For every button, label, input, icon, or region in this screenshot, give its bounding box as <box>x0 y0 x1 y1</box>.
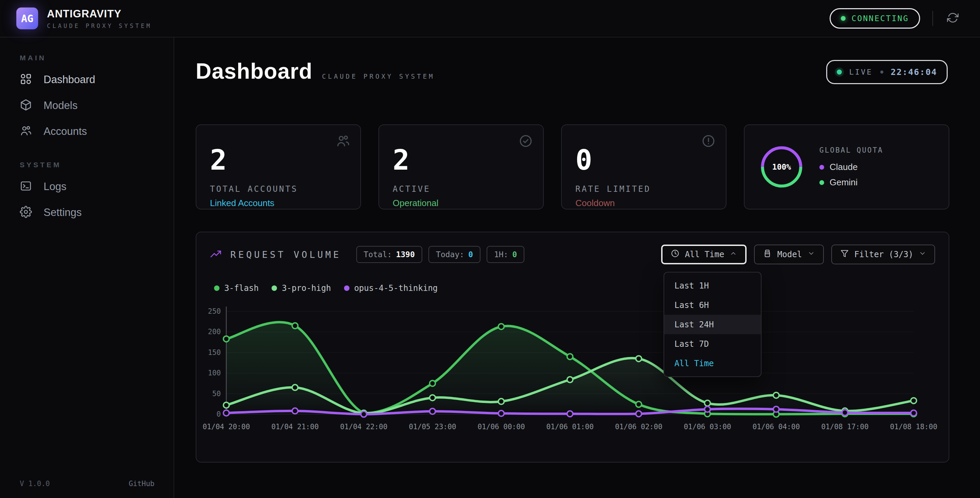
chart-legend-item-opus-4-5-thinking[interactable]: opus-4-5-thinking <box>344 283 438 293</box>
x-tick-label: 01/08 18:00 <box>890 423 937 431</box>
data-point-3-flash[interactable] <box>224 336 229 342</box>
stat-card-total-accounts: 2TOTAL ACCOUNTSLinked Accounts <box>196 124 361 209</box>
global-quota-card: 100% GLOBAL QUOTA ClaudeGemini <box>744 124 950 209</box>
x-tick-label: 01/06 01:00 <box>546 423 593 431</box>
sidebar-item-settings[interactable]: Settings <box>0 200 173 225</box>
users-icon <box>20 124 32 138</box>
menu-item-last-7d[interactable]: Last 7D <box>664 334 761 354</box>
stat-value: 2 <box>393 146 530 174</box>
y-tick-label: 150 <box>208 348 221 357</box>
data-point-opus-4-5-thinking[interactable] <box>911 410 917 416</box>
data-point-3-pro-high[interactable] <box>292 385 298 390</box>
users-icon <box>336 134 350 148</box>
y-tick-label: 100 <box>208 369 221 377</box>
nav-section-system: SYSTEM <box>20 161 173 169</box>
stat-sublabel: Cooldown <box>576 198 712 209</box>
chart-legend-item-3-pro-high[interactable]: 3-pro-high <box>272 283 331 293</box>
refresh-button[interactable] <box>945 11 960 26</box>
filter-label: Filter (3/3) <box>854 250 913 259</box>
data-point-3-pro-high[interactable] <box>430 395 436 401</box>
filter-dropdown[interactable]: Filter (3/3) <box>831 244 935 264</box>
data-point-opus-4-5-thinking[interactable] <box>773 406 779 412</box>
data-point-3-pro-high[interactable] <box>224 402 229 408</box>
page-subtitle: CLAUDE PROXY SYSTEM <box>322 73 434 80</box>
stat-card-rate-limited: 0RATE LIMITEDCooldown <box>561 124 727 209</box>
stat-value: 2 <box>210 146 347 174</box>
data-point-3-pro-high[interactable] <box>773 393 779 398</box>
app-version: V 1.0.0 <box>20 480 50 488</box>
data-point-opus-4-5-thinking[interactable] <box>361 412 367 417</box>
stat-label: RATE LIMITED <box>576 184 712 194</box>
sidebar-item-accounts[interactable]: Accounts <box>0 118 173 144</box>
data-point-opus-4-5-thinking[interactable] <box>636 411 642 417</box>
gear-icon <box>20 206 32 219</box>
menu-item-last-24h[interactable]: Last 24H <box>664 315 761 334</box>
data-point-3-flash[interactable] <box>430 380 436 386</box>
stat-label: ACTIVE <box>393 184 530 194</box>
cube-icon <box>20 99 32 112</box>
sidebar-item-models[interactable]: Models <box>0 93 173 118</box>
menu-item-last-6h[interactable]: Last 6H <box>664 295 761 315</box>
connection-status-badge: CONNECTING <box>830 8 920 29</box>
time-range-dropdown[interactable]: All Time <box>661 244 747 264</box>
quota-legend-item-gemini: Gemini <box>819 177 883 188</box>
data-point-opus-4-5-thinking[interactable] <box>292 408 298 414</box>
data-point-3-pro-high[interactable] <box>705 400 711 406</box>
quota-legend-label: Gemini <box>830 177 858 188</box>
menu-item-last-1h[interactable]: Last 1H <box>664 276 761 295</box>
legend-dot-icon <box>819 180 824 185</box>
badge-value: 0 <box>468 250 473 259</box>
live-status-badge: LIVE 22:46:04 <box>826 60 948 84</box>
time-range-label: All Time <box>685 250 724 259</box>
chevron-down-icon <box>919 250 926 259</box>
model-label: Model <box>777 250 802 259</box>
legend-dot-icon <box>819 165 824 170</box>
main-content: Dashboard CLAUDE PROXY SYSTEM LIVE 22:46… <box>174 37 980 498</box>
stat-sublabel: Operational <box>393 198 530 209</box>
separator-dot-icon <box>880 70 883 73</box>
model-icon <box>763 249 772 260</box>
data-point-opus-4-5-thinking[interactable] <box>498 410 504 416</box>
data-point-3-pro-high[interactable] <box>567 377 573 383</box>
data-point-3-pro-high[interactable] <box>498 399 504 404</box>
data-point-3-pro-high[interactable] <box>911 398 917 404</box>
github-link[interactable]: GitHub <box>129 480 154 488</box>
data-point-3-flash[interactable] <box>292 323 298 329</box>
alert-circle-icon <box>701 134 716 148</box>
filter-icon <box>840 249 849 260</box>
x-tick-label: 01/06 03:00 <box>684 423 731 431</box>
data-point-opus-4-5-thinking[interactable] <box>842 410 848 415</box>
sidebar-item-dashboard[interactable]: Dashboard <box>0 67 173 93</box>
data-point-opus-4-5-thinking[interactable] <box>705 406 711 412</box>
volume-badge-today: Today:0 <box>428 246 480 263</box>
x-tick-label: 01/04 21:00 <box>271 423 318 431</box>
x-tick-label: 01/04 20:00 <box>202 423 250 431</box>
data-point-3-pro-high[interactable] <box>636 356 642 361</box>
time-range-menu: Last 1HLast 6HLast 24HLast 7DAll Time <box>663 272 762 377</box>
data-point-opus-4-5-thinking[interactable] <box>430 409 436 414</box>
live-dot-icon <box>837 70 842 75</box>
request-volume-chart: 05010015020025001/04 20:0001/04 21:0001/… <box>210 302 935 437</box>
app-subtitle: CLAUDE PROXY SYSTEM <box>47 22 152 29</box>
sidebar-item-logs[interactable]: Logs <box>0 174 173 200</box>
data-point-opus-4-5-thinking[interactable] <box>224 410 229 416</box>
check-circle-icon <box>519 134 533 148</box>
data-point-3-flash[interactable] <box>498 324 504 329</box>
chart-legend-item-3-flash[interactable]: 3-flash <box>214 283 259 293</box>
data-point-3-flash[interactable] <box>636 402 642 407</box>
model-dropdown[interactable]: Model <box>754 244 824 264</box>
badge-label: 1H: <box>494 250 508 259</box>
data-point-3-flash[interactable] <box>567 354 573 359</box>
sidebar-item-label: Models <box>43 99 78 112</box>
header-divider <box>932 11 933 26</box>
chart-legend-label: 3-pro-high <box>282 283 331 293</box>
sidebar-item-label: Dashboard <box>43 73 95 86</box>
nav-section-main: MAIN <box>20 54 173 62</box>
data-point-opus-4-5-thinking[interactable] <box>567 411 573 417</box>
refresh-icon <box>947 12 959 25</box>
x-tick-label: 01/06 02:00 <box>615 423 662 431</box>
clock-icon <box>671 249 679 260</box>
sidebar-item-label: Settings <box>43 206 82 219</box>
x-tick-label: 01/05 23:00 <box>409 423 456 431</box>
menu-item-all-time[interactable]: All Time <box>664 354 761 373</box>
